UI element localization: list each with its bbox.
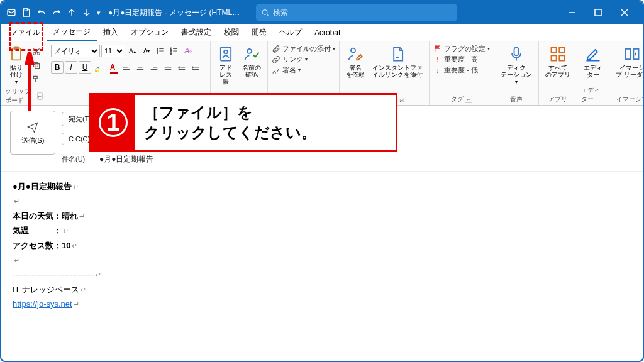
svg-rect-49 [552, 48, 557, 53]
qat-overflow-icon[interactable]: ▾ [97, 9, 101, 17]
group-immersive: イマーシ ブ リーダー イマーシブ [609, 41, 644, 105]
exclamation-icon: ! [433, 56, 442, 63]
highlight-button[interactable] [92, 61, 105, 74]
annotation-number: 1 [99, 108, 128, 137]
subject-label: 件名(U) [62, 155, 94, 164]
tab-options[interactable]: オプション [125, 25, 175, 40]
group-editor: エディ ター エディター [577, 41, 609, 105]
bullets-button[interactable] [154, 45, 167, 57]
body-line-4: アクセス数：10 [13, 241, 70, 250]
up-icon[interactable] [67, 8, 77, 18]
indent-increase-button[interactable] [189, 61, 202, 74]
flag-icon [433, 45, 442, 53]
save-icon[interactable] [21, 8, 31, 18]
editor-button[interactable]: エディ ター [581, 44, 605, 79]
arrow-down-icon: ↓ [433, 67, 442, 74]
body-line-5: IT ナレッジベース [13, 285, 79, 294]
font-size-select[interactable]: 11 [101, 45, 125, 57]
signature-icon [272, 66, 280, 75]
tab-developer[interactable]: 開発 [245, 25, 273, 40]
annotation-text-1: ［ファイル］を [144, 102, 316, 123]
down-icon[interactable] [82, 8, 92, 18]
titlebar: ▾ ●月●日定期報告 - メッセージ (HTML… [1, 1, 643, 24]
underline-button[interactable]: U [79, 61, 91, 74]
importance-low-button[interactable]: ↓ 重要度 - 低 [433, 65, 478, 75]
immersive-reader-button[interactable]: イマーシ ブ リーダー [613, 44, 644, 79]
window-controls [558, 1, 638, 24]
svg-point-2 [262, 10, 267, 15]
attach-file-button[interactable]: ファイルの添付▾ [272, 44, 335, 53]
all-apps-button[interactable]: すべて のアプリ [543, 44, 573, 79]
message-body[interactable]: ●月●日定期報告↵ ↵ 本日の天気：晴れ↵ 気温 ：↵ アクセス数：10↵ ↵ … [1, 172, 643, 319]
send-button[interactable]: 送信(S) [10, 111, 55, 155]
attach-link-button[interactable]: リンク▾ [272, 55, 308, 64]
subject-field[interactable]: ●月●日定期報告 [99, 154, 154, 165]
svg-rect-50 [559, 48, 564, 53]
decrease-font-button[interactable]: A▾ [140, 45, 153, 57]
font-color-button[interactable]: A [106, 61, 119, 74]
tab-file[interactable]: ファイル [4, 25, 47, 40]
outlook-icon [6, 8, 16, 18]
check-names-icon [243, 45, 260, 63]
instant-link-button[interactable]: インスタントファ イルリンクを添付 [370, 44, 425, 79]
tab-message[interactable]: メッセージ [47, 24, 97, 41]
address-book-icon [217, 45, 235, 63]
body-separator: ------------------------------ [13, 270, 94, 279]
tab-help[interactable]: ヘルプ [273, 25, 308, 40]
chevron-down-icon: ▾ [515, 79, 518, 85]
apps-grid-icon [549, 45, 567, 63]
align-center-button[interactable] [134, 61, 147, 74]
svg-rect-51 [552, 55, 557, 60]
quick-access-toolbar: ▾ [6, 8, 101, 18]
maximize-button[interactable] [585, 1, 611, 24]
book-speaker-icon [623, 45, 641, 63]
ribbon-tabs: ファイル メッセージ 挿入 オプション 書式設定 校閲 開発 ヘルプ Acrob… [1, 24, 643, 41]
svg-rect-52 [559, 55, 564, 60]
annotation-arrow-icon [20, 52, 39, 114]
flag-button[interactable]: フラグの設定▾ [433, 44, 490, 53]
align-left-button[interactable] [120, 61, 133, 74]
check-names-button[interactable]: 名前の 確認 [240, 44, 264, 79]
address-book-button[interactable]: アドレス帳 [214, 44, 237, 86]
numbering-button[interactable]: 123 [168, 45, 180, 57]
window-title: ●月●日定期報告 - メッセージ (HTML… [108, 8, 240, 18]
request-sign-button[interactable]: 署名 を依頼 [343, 44, 367, 79]
svg-rect-1 [25, 9, 27, 11]
search-icon [261, 8, 269, 17]
clear-format-button[interactable]: A◊ [182, 45, 194, 57]
tab-acrobat[interactable]: Acrobat [308, 26, 347, 40]
close-button[interactable] [611, 1, 638, 24]
link-icon [272, 55, 280, 64]
svg-rect-48 [514, 48, 519, 56]
font-name-select[interactable]: メイリオ [51, 45, 100, 57]
dictate-button[interactable]: ディク テーション ▾ [498, 44, 535, 86]
undo-icon[interactable] [36, 8, 47, 18]
minimize-button[interactable] [558, 1, 585, 24]
annotation-callout: 1 ［ファイル］を クリックしてください。 [89, 93, 397, 152]
bold-button[interactable]: B [51, 61, 64, 74]
microphone-icon [508, 45, 525, 63]
justify-button[interactable] [162, 61, 174, 74]
search-box[interactable] [256, 4, 457, 21]
redo-icon[interactable] [52, 8, 62, 18]
tab-review[interactable]: 校閲 [218, 25, 245, 40]
importance-high-button[interactable]: ! 重要度 - 高 [433, 55, 478, 64]
increase-font-button[interactable]: A▴ [126, 45, 139, 57]
signature-button[interactable]: 署名▾ [272, 65, 301, 75]
svg-rect-8 [14, 47, 19, 50]
align-right-button[interactable] [148, 61, 160, 74]
search-input[interactable] [273, 8, 452, 17]
tab-format[interactable]: 書式設定 [175, 25, 218, 40]
indent-decrease-button[interactable] [175, 61, 188, 74]
group-apps: すべて のアプリ アプリ [539, 41, 577, 105]
svg-point-13 [157, 48, 158, 50]
body-link[interactable]: https://jo-sys.net [13, 299, 72, 309]
body-line-1: ●月●日定期報告 [13, 182, 72, 191]
tags-launcher[interactable]: ⌐ [465, 96, 472, 103]
group-tags: フラグの設定▾ ! 重要度 - 高 ↓ 重要度 - 低 タグ⌐ [430, 41, 494, 105]
svg-point-15 [157, 50, 158, 52]
annotation-text-2: クリックしてください。 [144, 123, 316, 143]
italic-button[interactable]: I [65, 61, 77, 74]
svg-point-17 [157, 53, 158, 54]
tab-insert[interactable]: 挿入 [97, 25, 125, 40]
